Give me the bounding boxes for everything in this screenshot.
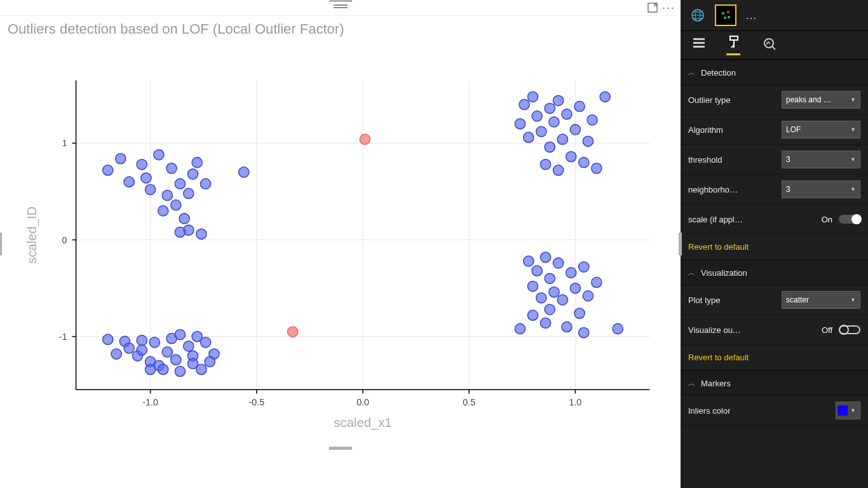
prop-label: Algorithm [688,125,723,135]
svg-rect-133 [693,38,705,40]
svg-point-64 [166,163,177,173]
plot-type-dropdown[interactable]: scatter ▼ [782,291,860,309]
dropdown-value: peaks and … [786,95,831,104]
prop-visualize-outlier: Visualize ou… Off [681,315,868,345]
prop-label: Visualize ou… [688,325,741,335]
svg-text:0.5: 0.5 [463,397,475,407]
resize-handle-right[interactable] [679,233,682,255]
svg-text:0.0: 0.0 [356,397,369,407]
svg-point-106 [545,103,555,113]
svg-point-119 [600,92,610,102]
svg-point-74 [175,227,185,237]
svg-point-56 [103,165,113,175]
dropdown-value: scatter [786,295,809,304]
neighborhood-dropdown[interactable]: 3 ▼ [782,180,860,198]
svg-point-76 [239,167,249,177]
svg-text:-1.0: -1.0 [142,397,158,407]
svg-point-69 [184,188,194,198]
resize-handle-left[interactable] [0,233,2,255]
svg-text:-0.5: -0.5 [249,397,265,407]
svg-point-46 [184,341,194,351]
chevron-up-icon: ︿ [688,379,697,388]
svg-point-114 [570,125,580,135]
svg-point-39 [149,337,159,348]
svg-point-49 [196,364,207,374]
visualization-revert[interactable]: Revert to default [681,345,868,370]
analytics-tab[interactable] [761,36,776,55]
svg-point-84 [540,318,550,328]
prop-inliers-color: Inliers color ▼ [681,396,868,426]
prop-label: threshold [688,155,722,165]
viz-type-outliers[interactable] [715,4,736,26]
svg-point-99 [515,119,525,129]
visualization-picker: … [681,0,868,31]
prop-scale: scale (if appl… On [681,205,868,234]
more-options-icon[interactable]: ··· [662,1,675,15]
svg-point-122 [288,327,298,337]
svg-point-71 [192,158,202,168]
svg-point-110 [553,95,564,105]
svg-point-58 [124,177,134,187]
svg-point-91 [566,268,576,278]
section-visualization-header[interactable]: ︿ Visualization [681,260,868,285]
svg-point-75 [200,179,210,189]
svg-point-31 [103,334,113,344]
outlier-type-dropdown[interactable]: peaks and … ▼ [782,91,860,109]
chevron-down-icon: ▼ [850,297,856,303]
color-swatch-icon [837,405,848,416]
svg-point-107 [545,142,555,152]
svg-text:1: 1 [62,138,67,148]
prop-algorithm: Algorithm LOF ▼ [681,115,868,145]
chevron-down-icon: ▼ [850,156,856,163]
section-markers-header[interactable]: ︿ Markers [681,370,868,396]
svg-text:-1: -1 [59,332,67,342]
svg-point-96 [583,291,593,301]
visual-container: ··· Outliers detection based on LOF (Loc… [0,0,681,488]
svg-point-45 [158,364,168,374]
toggle-state-label: Off [822,325,832,335]
prop-label: neighborho… [688,185,738,194]
prop-outlier-type: Outlier type peaks and … ▼ [681,85,868,115]
viz-type-globe[interactable] [687,4,709,26]
fields-tab[interactable] [692,37,706,54]
section-detection-title: Detection [701,68,736,78]
svg-point-101 [519,99,529,109]
chevron-down-icon: ▼ [850,126,856,133]
svg-point-80 [527,310,538,320]
svg-point-112 [562,109,572,119]
section-markers-title: Markers [701,379,731,388]
format-panel: … ︿ Detection Outlier type peaks and … [681,0,868,488]
drag-grip-icon[interactable] [334,4,348,10]
svg-point-87 [549,287,559,297]
inliers-color-picker[interactable]: ▼ [836,402,860,419]
chevron-down-icon: ▼ [850,97,856,103]
svg-point-90 [562,322,572,332]
viz-picker-more[interactable]: … [745,9,758,22]
svg-point-92 [570,283,580,293]
algorithm-dropdown[interactable]: LOF ▼ [782,121,860,139]
chevron-down-icon: ▼ [850,186,856,193]
svg-point-108 [549,117,559,127]
resize-handle-bottom[interactable] [329,447,352,450]
svg-point-102 [527,92,538,102]
svg-point-35 [124,343,134,353]
svg-point-95 [579,262,589,272]
section-detection-header[interactable]: ︿ Detection [681,60,868,85]
svg-point-63 [162,190,172,200]
visualize-outlier-toggle[interactable] [839,325,860,334]
svg-point-81 [532,266,542,276]
prop-label: Inliers color [688,406,730,416]
detection-revert[interactable]: Revert to default [681,234,868,260]
svg-point-118 [587,115,597,125]
svg-rect-136 [730,36,738,40]
svg-point-98 [613,323,623,334]
svg-rect-134 [693,42,705,44]
threshold-dropdown[interactable]: 3 ▼ [782,151,860,168]
svg-point-86 [545,304,555,315]
format-tab[interactable] [726,35,740,55]
svg-point-121 [360,134,370,144]
focus-mode-icon[interactable] [648,3,658,15]
resize-handle-top[interactable] [329,0,352,2]
prop-threshold: threshold 3 ▼ [681,145,868,175]
scale-toggle[interactable] [839,215,860,224]
